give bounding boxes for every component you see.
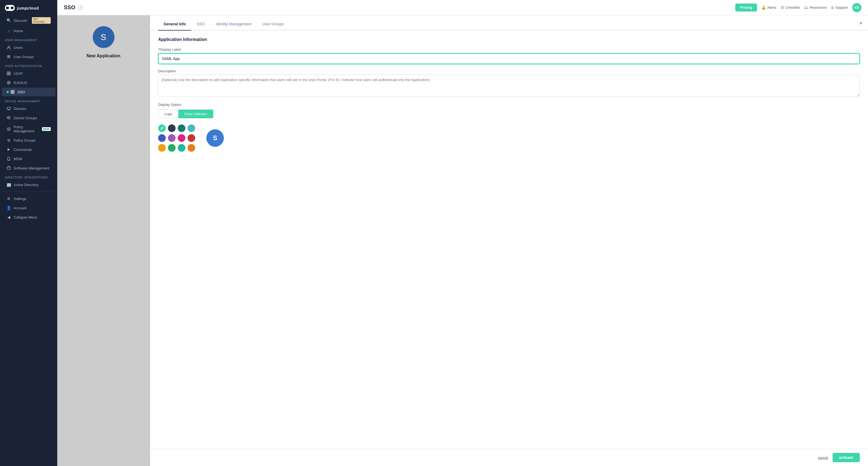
color-swatch-green-dark[interactable] [178,124,185,132]
sidebar: jumpcloud 🔍 Discover GET STARTED ⌂ Home … [0,0,57,466]
color-swatch-mint[interactable] [178,144,185,152]
color-preview: S [206,129,224,147]
color-swatch-orange[interactable] [188,144,195,152]
modal-body: Application Information *Display Label D… [150,31,868,449]
svg-rect-8 [7,74,8,75]
page-title-text: SSO [64,4,75,11]
new-badge: NEW [42,127,51,131]
sidebar-item-devices[interactable]: Devices [2,104,56,113]
toggle-logo[interactable]: Logo [158,110,178,118]
svg-rect-0 [5,5,15,11]
sidebar-item-label: Devices [13,107,26,111]
devices-icon [6,107,11,111]
tab-identity-management[interactable]: Identity Management [210,18,257,31]
toggle-color-indicator[interactable]: Color Indicator [178,110,213,118]
color-picker-area: ✓ [158,124,860,152]
logo[interactable]: jumpcloud [0,0,57,15]
left-panel-overlay [57,15,150,466]
tab-user-groups[interactable]: User Groups [257,18,289,31]
color-swatch-pink[interactable] [178,134,185,142]
display-option-label: Display Option: [158,103,860,107]
cancel-button[interactable]: cancel [818,456,828,460]
color-swatch-light-blue[interactable] [188,124,195,132]
svg-point-21 [8,128,9,129]
discover-icon: 🔍 [6,18,11,23]
sidebar-item-label: LDAP [13,71,23,76]
svg-marker-22 [8,148,10,151]
sidebar-item-user-groups[interactable]: User Groups [2,52,56,61]
modal-footer: cancel activate [150,449,868,466]
software-management-icon [6,166,11,170]
resources-icon: 📖 [804,5,808,9]
get-started-badge: GET STARTED [32,17,51,24]
color-swatch-green[interactable] [168,144,176,152]
color-swatch-purple[interactable] [168,134,176,142]
policy-groups-icon: ⚙ [6,138,11,142]
svg-point-2 [11,6,13,9]
checklist-nav[interactable]: ☰ Checklist [781,5,800,9]
svg-point-4 [7,55,8,56]
sidebar-item-settings[interactable]: ⚙ Settings [2,194,56,203]
sidebar-item-device-groups[interactable]: Device Groups [2,114,56,122]
sidebar-item-label: Discover [13,19,28,23]
svg-point-1 [6,6,9,9]
sidebar-item-label: Account [13,206,26,210]
activate-button[interactable]: activate [833,453,860,462]
tab-sso[interactable]: SSO [191,18,211,31]
sidebar-item-label: MDM [13,157,22,161]
description-textarea[interactable] [158,75,860,96]
sidebar-item-radius[interactable]: RADIUS [2,78,56,87]
sidebar-item-active-directory[interactable]: 🏢 Active Directory [2,180,56,189]
color-swatch-red[interactable] [188,134,195,142]
modal-dialog: × General Info SSO Identity Management U… [150,15,868,466]
main-area: SSO i Pricing 🔔 Alerts ☰ Checklist 📖 Res… [57,0,868,466]
color-swatch-blue[interactable] [158,134,166,142]
sidebar-item-policy-groups[interactable]: ⚙ Policy Groups [2,136,56,145]
color-swatch-yellow[interactable] [158,144,166,152]
display-option-group: Display Option: Logo Color Indicator [158,103,860,118]
sidebar-item-ldap[interactable]: LDAP [2,69,56,78]
bell-icon: 🔔 [762,5,766,9]
tab-general-info[interactable]: General Info [158,18,191,31]
alerts-label: Alerts [767,5,776,9]
svg-point-3 [8,46,9,48]
sidebar-item-mdm[interactable]: MDM [2,154,56,163]
mdm-icon [6,156,11,161]
collapse-icon: ◀ [6,215,11,220]
sidebar-item-label: Policy Groups [13,138,36,142]
resources-label: Resources [810,5,827,9]
support-label: Support [835,5,848,9]
info-icon[interactable]: i [78,5,83,10]
svg-rect-6 [7,72,8,73]
display-label-group: *Display Label [158,48,860,64]
display-label-input[interactable] [158,53,860,64]
sidebar-item-collapse[interactable]: ◀ Collapse Menu [2,213,56,222]
alerts-nav[interactable]: 🔔 Alerts [762,5,776,9]
users-icon [6,45,11,50]
pricing-button[interactable]: Pricing [735,4,757,11]
sidebar-item-users[interactable]: Users [2,43,56,52]
user-avatar[interactable]: KK [852,3,862,12]
sidebar-item-account[interactable]: 👤 Account [2,204,56,212]
page-title: SSO i [64,4,731,11]
resources-nav[interactable]: 📖 Resources [804,5,827,9]
sidebar-item-sso[interactable]: SSO [2,88,56,96]
support-nav[interactable]: ◎ Support [831,5,848,9]
section-title: Application Information [158,37,860,42]
svg-rect-13 [13,90,14,92]
sidebar-item-label: User Groups [13,55,34,59]
sidebar-item-software-management[interactable]: Software Management [2,164,56,172]
sidebar-item-home[interactable]: ⌂ Home [2,26,56,35]
color-swatch-dark[interactable] [168,124,176,132]
sidebar-item-label: Users [13,46,23,50]
display-option-toggle: Logo Color Indicator [158,109,213,118]
content-area: Featured Applica + 🔍 Sear S New Applicat… [57,15,868,466]
sidebar-item-policy-management[interactable]: Policy Management NEW [2,123,56,135]
sidebar-item-discover[interactable]: 🔍 Discover GET STARTED [2,15,56,26]
svg-rect-14 [11,92,12,94]
section-user-management: USER MANAGEMENT [0,35,57,43]
color-swatch-teal[interactable]: ✓ [158,124,166,132]
sidebar-item-commands[interactable]: Commands [2,145,56,154]
svg-rect-12 [11,90,12,92]
close-button[interactable]: × [859,20,863,27]
